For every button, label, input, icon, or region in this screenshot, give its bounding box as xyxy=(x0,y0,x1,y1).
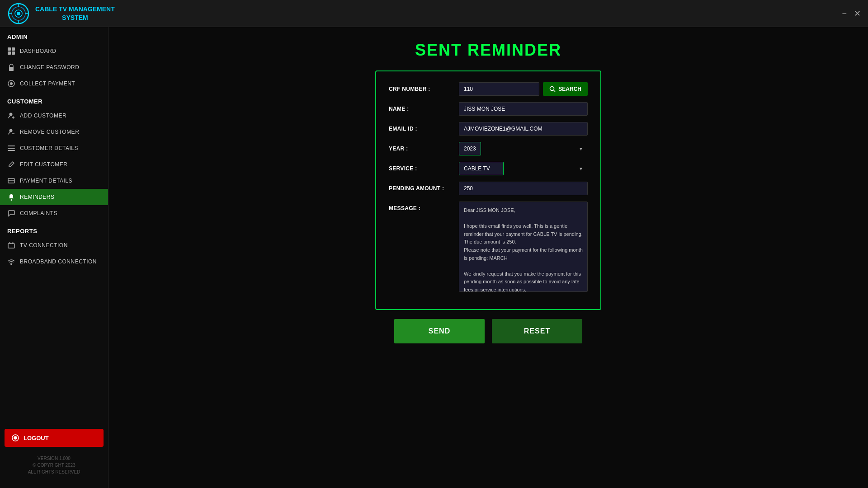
sidebar-item-reminders[interactable]: REMINDERS xyxy=(0,189,108,205)
logout-icon xyxy=(12,434,19,441)
sidebar-item-label: DASHBOARD xyxy=(20,48,57,54)
svg-point-14 xyxy=(10,82,13,85)
svg-rect-20 xyxy=(8,145,15,146)
sidebar-item-remove-customer[interactable]: REMOVE CUSTOMER xyxy=(0,124,108,140)
minimize-button[interactable]: − xyxy=(842,9,847,18)
email-row: Email ID : xyxy=(389,122,588,136)
message-label: MESSAGE : xyxy=(389,202,459,211)
crf-input[interactable] xyxy=(459,82,539,96)
crf-input-group: SEARCH xyxy=(459,82,588,96)
service-label: SERVICE : xyxy=(389,162,459,172)
reminder-form: CRF NUMBER : SEARCH NAME : xyxy=(375,70,601,310)
svg-point-31 xyxy=(14,436,17,439)
sidebar-item-label: TV CONNECTION xyxy=(20,242,68,249)
sidebar-item-label: ADD CUSTOMER xyxy=(20,113,66,119)
app-logo xyxy=(7,2,30,25)
add-user-icon xyxy=(7,112,15,120)
svg-rect-11 xyxy=(12,52,15,55)
svg-rect-22 xyxy=(8,150,15,151)
svg-rect-8 xyxy=(8,47,11,51)
svg-point-29 xyxy=(11,264,12,265)
svg-rect-21 xyxy=(8,148,15,149)
app-body: ADMIN DASHBOARD CHANGE PASSWORD xyxy=(0,27,868,488)
wifi-icon xyxy=(7,258,15,266)
sidebar-item-label: COMPLAINTS xyxy=(20,210,57,216)
sidebar-item-label: REMINDERS xyxy=(20,194,55,200)
name-row: NAME : xyxy=(389,102,588,116)
email-input[interactable] xyxy=(459,122,588,136)
pending-label: PENDING AMOUNT : xyxy=(389,182,459,192)
action-buttons: SEND RESET xyxy=(394,319,582,343)
main-content: SENT REMINDER CRF NUMBER : SEARCH xyxy=(108,27,868,488)
svg-rect-26 xyxy=(8,244,14,248)
svg-point-32 xyxy=(550,87,554,91)
pending-input[interactable] xyxy=(459,182,588,195)
admin-section-label: ADMIN xyxy=(0,27,108,43)
svg-rect-12 xyxy=(9,67,14,71)
crf-row: CRF NUMBER : SEARCH xyxy=(389,82,588,96)
svg-rect-23 xyxy=(8,178,14,183)
svg-rect-9 xyxy=(12,47,15,51)
customer-section-label: CUSTOMER xyxy=(0,92,108,108)
svg-point-25 xyxy=(11,199,12,201)
year-label: YEAR : xyxy=(389,142,459,152)
lock-icon xyxy=(7,63,15,71)
message-row: MESSAGE : xyxy=(389,202,588,292)
email-label: Email ID : xyxy=(389,122,459,132)
sidebar-footer: VERSION 1.000 © COPYRIGHT 2023 ALL RIGHT… xyxy=(0,451,108,479)
service-select-wrapper: CABLE TV BROADBAND xyxy=(459,162,588,175)
sidebar-item-change-password[interactable]: CHANGE PASSWORD xyxy=(0,59,108,75)
sidebar-item-edit-customer[interactable]: EDIT CUSTOMER xyxy=(0,156,108,173)
service-select[interactable]: CABLE TV BROADBAND xyxy=(459,162,504,175)
sidebar: ADMIN DASHBOARD CHANGE PASSWORD xyxy=(0,27,108,488)
pending-row: PENDING AMOUNT : xyxy=(389,182,588,195)
sidebar-item-label: CUSTOMER DETAILS xyxy=(20,145,78,151)
svg-point-15 xyxy=(9,113,13,116)
reset-button[interactable]: RESET xyxy=(492,319,582,343)
app-title: CABLE TV MANAGEMENT SYSTEM xyxy=(35,5,115,21)
crf-label: CRF NUMBER : xyxy=(389,82,459,92)
year-row: YEAR : 2021 2022 2023 2024 xyxy=(389,142,588,155)
year-select-wrapper: 2021 2022 2023 2024 xyxy=(459,142,588,155)
sidebar-item-add-customer[interactable]: ADD CUSTOMER xyxy=(0,108,108,124)
reports-section-label: REPORTS xyxy=(0,221,108,237)
sidebar-item-label: CHANGE PASSWORD xyxy=(20,64,79,70)
chat-icon xyxy=(7,209,15,217)
sidebar-item-complaints[interactable]: COMPLAINTS xyxy=(0,205,108,221)
sidebar-divider xyxy=(7,425,101,425)
svg-line-33 xyxy=(554,90,556,92)
sidebar-item-label: EDIT CUSTOMER xyxy=(20,161,67,168)
close-button[interactable]: ✕ xyxy=(854,9,861,18)
bell-icon xyxy=(7,193,15,201)
name-input[interactable] xyxy=(459,102,588,116)
sidebar-item-payment-details[interactable]: PAYMENT DETAILS xyxy=(0,173,108,189)
sidebar-item-label: REMOVE CUSTOMER xyxy=(20,129,79,135)
remove-user-icon xyxy=(7,128,15,136)
title-bar: CABLE TV MANAGEMENT SYSTEM − ✕ xyxy=(0,0,868,27)
year-select[interactable]: 2021 2022 2023 2024 xyxy=(459,142,481,155)
page-title: SENT REMINDER xyxy=(415,41,561,60)
send-button[interactable]: SEND xyxy=(394,319,485,343)
tv-icon xyxy=(7,241,15,249)
sidebar-item-customer-details[interactable]: CUSTOMER DETAILS xyxy=(0,140,108,156)
svg-point-3 xyxy=(17,12,20,15)
sidebar-item-label: PAYMENT DETAILS xyxy=(20,178,72,184)
payment-icon xyxy=(7,177,15,185)
message-textarea[interactable] xyxy=(459,202,588,292)
grid-icon xyxy=(7,47,15,55)
search-icon xyxy=(549,86,556,92)
sidebar-item-label: BROADBAND CONNECTION xyxy=(20,258,97,265)
service-row: SERVICE : CABLE TV BROADBAND xyxy=(389,162,588,175)
sidebar-item-broadband-connection[interactable]: BROADBAND CONNECTION xyxy=(0,253,108,270)
logout-button[interactable]: LOGOUT xyxy=(5,429,104,447)
edit-icon xyxy=(7,160,15,169)
sidebar-item-label: COLLECT PAYMENT xyxy=(20,80,75,87)
window-controls: − ✕ xyxy=(842,9,861,18)
list-icon xyxy=(7,144,15,152)
sidebar-item-tv-connection[interactable]: TV CONNECTION xyxy=(0,237,108,253)
sidebar-item-dashboard[interactable]: DASHBOARD xyxy=(0,43,108,59)
name-label: NAME : xyxy=(389,102,459,112)
sidebar-item-collect-payment[interactable]: COLLECT PAYMENT xyxy=(0,75,108,92)
search-button[interactable]: SEARCH xyxy=(543,82,588,96)
svg-point-18 xyxy=(9,129,13,132)
